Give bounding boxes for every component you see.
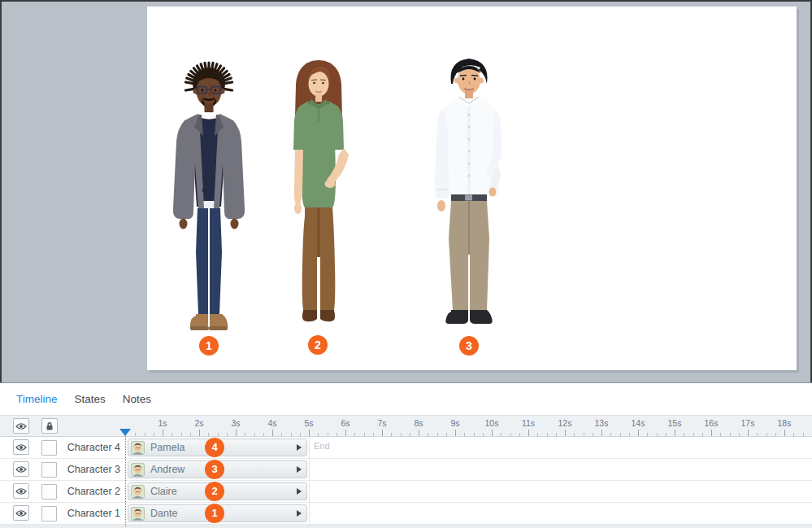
ruler-quarter-tick [337, 433, 337, 436]
ruler-quarter-tick [145, 433, 145, 436]
ruler-quarter-tick [218, 433, 219, 436]
object-name: Claire [150, 483, 177, 500]
ruler-quarter-tick [501, 433, 502, 436]
object-number-badge: 2 [205, 482, 224, 501]
ruler-second-tick [748, 430, 749, 436]
ruler-quarter-tick [263, 433, 264, 436]
ruler-label: 5s [298, 418, 319, 428]
ruler-quarter-tick [318, 433, 319, 436]
ruler-quarter-tick [208, 433, 209, 436]
ruler-label: 16s [701, 418, 722, 428]
visibility-toggle-eye-button[interactable] [13, 505, 29, 521]
right-arrow-icon[interactable] [297, 510, 302, 517]
layer-name[interactable]: Character 1 [49, 503, 120, 524]
ruler-label: 18s [774, 418, 795, 428]
character-thumbnail-icon [131, 441, 145, 455]
ruler-second-tick [675, 430, 675, 436]
ruler-quarter-tick [757, 433, 758, 436]
ruler-quarter-tick [584, 433, 584, 436]
timeline-object-bar[interactable]: Claire 2 [128, 482, 307, 500]
ruler-second-tick [528, 430, 529, 436]
ruler-quarter-tick [401, 433, 402, 436]
ruler-label: 4s [262, 418, 283, 428]
ruler-quarter-tick [300, 433, 301, 436]
ruler-second-tick [638, 430, 639, 436]
object-name: Pamela [150, 439, 185, 456]
ruler-quarter-tick [373, 433, 374, 436]
visibility-toggle-eye-button[interactable] [13, 483, 29, 499]
ruler-label: 2s [189, 418, 210, 428]
ruler-quarter-tick [666, 433, 667, 436]
ruler-quarter-tick [537, 433, 538, 436]
tab-states[interactable]: States [75, 393, 106, 405]
timeline-object-bar[interactable]: Dante 1 [128, 504, 307, 522]
right-arrow-icon[interactable] [297, 444, 302, 451]
ruler-quarter-tick [428, 433, 428, 436]
visibility-toggle-eye-button[interactable] [13, 439, 29, 455]
ruler-quarter-tick [647, 433, 648, 436]
ruler-second-tick [272, 430, 273, 436]
ruler-quarter-tick [474, 433, 475, 436]
ruler-quarter-tick [574, 433, 575, 436]
ruler-quarter-tick [227, 433, 228, 436]
object-number-badge: 1 [205, 504, 224, 523]
ruler-quarter-tick [281, 433, 282, 436]
ruler-quarter-tick [181, 433, 182, 436]
ruler-quarter-tick [483, 433, 484, 436]
timeline-object-bar[interactable]: Andrew 3 [128, 460, 307, 478]
ruler-quarter-tick [510, 433, 511, 436]
character-number-badge-1[interactable]: 1 [199, 336, 219, 356]
ruler-quarter-tick [154, 433, 154, 436]
ruler-quarter-tick [556, 433, 557, 436]
ruler-quarter-tick [702, 433, 703, 436]
character-thumbnail-icon [131, 463, 145, 477]
eye-icon [15, 509, 27, 517]
ruler-label: 12s [554, 418, 575, 428]
ruler-second-tick [309, 430, 310, 436]
layer-name[interactable]: Character 3 [49, 459, 120, 480]
object-number-badge: 3 [205, 460, 224, 479]
tab-notes[interactable]: Notes [123, 393, 151, 405]
ruler-quarter-tick [464, 433, 465, 436]
visibility-toggle-eye-button[interactable] [13, 461, 29, 477]
objects-end-line [309, 437, 310, 526]
character-illustration-dante[interactable] [152, 57, 266, 334]
ruler-quarter-tick [739, 433, 740, 436]
playhead-line[interactable] [125, 436, 126, 526]
timeline-object-bar[interactable]: Pamela 4 [128, 439, 307, 456]
character-illustration-andrew[interactable] [410, 51, 528, 329]
ruler-quarter-tick [766, 433, 767, 436]
ruler-quarter-tick [172, 433, 172, 436]
layer-name[interactable]: Character 2 [49, 481, 120, 502]
ruler-quarter-tick [775, 433, 776, 436]
ruler-quarter-tick [730, 433, 731, 436]
ruler-second-tick [784, 430, 785, 436]
ruler-second-tick [199, 430, 200, 436]
ruler-second-tick [382, 430, 383, 436]
object-name: Dante [150, 505, 177, 521]
tab-timeline[interactable]: Timeline [16, 393, 58, 405]
character-number-badge-3[interactable]: 3 [459, 336, 479, 356]
next-row-sliver [0, 525, 812, 528]
character-illustration-claire[interactable] [266, 54, 371, 328]
playhead-marker[interactable] [119, 429, 131, 436]
ruler-quarter-tick [354, 433, 355, 436]
ruler-quarter-tick [803, 433, 804, 436]
right-arrow-icon[interactable] [297, 488, 302, 495]
layer-name[interactable]: Character 4 [49, 437, 120, 458]
ruler-label: 3s [225, 418, 246, 428]
ruler-quarter-tick [190, 433, 191, 436]
ruler-quarter-tick [437, 433, 438, 436]
character-thumbnail-icon [131, 485, 145, 499]
ruler-label: 11s [518, 418, 539, 428]
slide-stage[interactable]: 1 2 3 [147, 7, 797, 370]
ruler-quarter-tick [364, 433, 365, 436]
right-arrow-icon[interactable] [297, 466, 302, 473]
ruler-second-tick [419, 430, 419, 436]
ruler-label: 13s [591, 418, 612, 428]
object-name: Andrew [150, 461, 185, 478]
ruler-second-tick [236, 430, 237, 436]
timeline-row: Character 3 Andrew 3 [0, 459, 812, 481]
character-number-badge-2[interactable]: 2 [308, 335, 328, 355]
ruler-quarter-tick [245, 433, 245, 436]
